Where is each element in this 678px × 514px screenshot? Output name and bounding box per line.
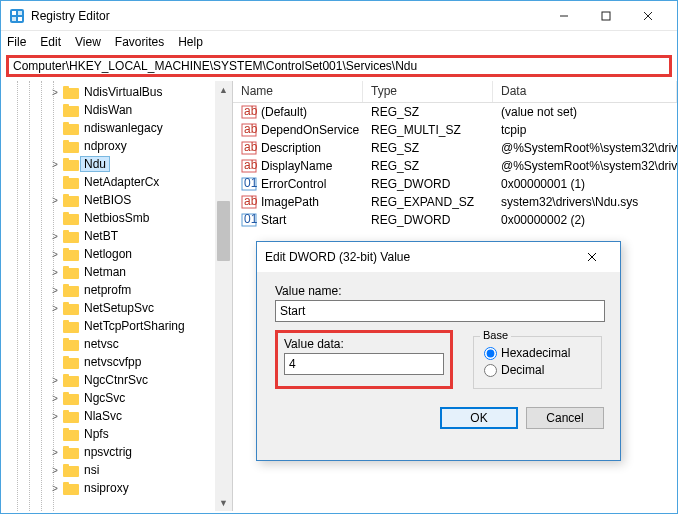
tree-item-label: ndproxy <box>84 139 127 153</box>
scroll-up-icon[interactable]: ▲ <box>215 81 232 98</box>
folder-icon <box>63 392 79 405</box>
tree-item-label: npsvctrig <box>84 445 132 459</box>
minimize-button[interactable] <box>543 1 585 31</box>
tree-item[interactable]: >nsiproxy <box>1 479 232 497</box>
list-row[interactable]: abDisplayNameREG_SZ@%SystemRoot%\system3… <box>233 157 677 175</box>
folder-icon <box>63 446 79 459</box>
folder-icon <box>63 410 79 423</box>
tree-item-label: nsiproxy <box>84 481 129 495</box>
svg-text:ab: ab <box>244 122 257 136</box>
expand-icon[interactable]: > <box>49 159 61 170</box>
scroll-down-icon[interactable]: ▼ <box>215 494 232 511</box>
tree-item[interactable]: netvscvfpp <box>1 353 232 371</box>
value-data: 0x00000002 (2) <box>493 213 677 227</box>
tree-item-label: NetBIOS <box>84 193 131 207</box>
dialog-close-button[interactable] <box>572 242 612 272</box>
value-type: REG_SZ <box>363 159 493 173</box>
address-input[interactable] <box>13 59 665 73</box>
column-header-type[interactable]: Type <box>363 81 493 102</box>
maximize-button[interactable] <box>585 1 627 31</box>
list-row[interactable]: 011StartREG_DWORD0x00000002 (2) <box>233 211 677 229</box>
expand-icon[interactable]: > <box>49 195 61 206</box>
menu-help[interactable]: Help <box>178 35 203 49</box>
column-header-name[interactable]: Name <box>233 81 363 102</box>
value-data-label: Value data: <box>284 337 444 351</box>
value-data: 0x00000001 (1) <box>493 177 677 191</box>
value-name: (Default) <box>261 105 307 119</box>
tree-scrollbar[interactable]: ▲ ▼ <box>215 81 232 511</box>
expand-icon[interactable]: > <box>49 249 61 260</box>
value-icon: ab <box>241 122 257 138</box>
dialog-title-text: Edit DWORD (32-bit) Value <box>265 250 572 264</box>
list-row[interactable]: abImagePathREG_EXPAND_SZsystem32\drivers… <box>233 193 677 211</box>
hex-radio-label: Hexadecimal <box>501 346 570 360</box>
list-row[interactable]: abDependOnServiceREG_MULTI_SZtcpip <box>233 121 677 139</box>
expand-icon[interactable]: > <box>49 411 61 422</box>
address-bar[interactable] <box>6 55 672 77</box>
tree-item[interactable]: >nsi <box>1 461 232 479</box>
expand-icon[interactable]: > <box>49 375 61 386</box>
value-data: @%SystemRoot%\system32\driv <box>493 159 677 173</box>
tree-item[interactable]: Npfs <box>1 425 232 443</box>
value-type: REG_EXPAND_SZ <box>363 195 493 209</box>
tree-item-label: NetbiosSmb <box>84 211 149 225</box>
value-icon: 011 <box>241 176 257 192</box>
edit-dword-dialog: Edit DWORD (32-bit) Value Value name: Va… <box>256 241 621 461</box>
tree-item[interactable]: >netprofm <box>1 281 232 299</box>
tree-item[interactable]: >Netlogon <box>1 245 232 263</box>
expand-icon[interactable]: > <box>49 285 61 296</box>
tree-item[interactable]: >Netman <box>1 263 232 281</box>
svg-rect-6 <box>602 12 610 20</box>
tree-item[interactable]: NetAdapterCx <box>1 173 232 191</box>
list-row[interactable]: abDescriptionREG_SZ@%SystemRoot%\system3… <box>233 139 677 157</box>
svg-rect-4 <box>18 17 22 21</box>
scroll-thumb[interactable] <box>217 201 230 261</box>
expand-icon[interactable]: > <box>49 393 61 404</box>
tree-item[interactable]: NetTcpPortSharing <box>1 317 232 335</box>
folder-icon <box>63 158 79 171</box>
value-name-input[interactable] <box>275 300 605 322</box>
list-row[interactable]: ab(Default)REG_SZ(value not set) <box>233 103 677 121</box>
expand-icon[interactable]: > <box>49 267 61 278</box>
tree-item[interactable]: >Ndu <box>1 155 232 173</box>
expand-icon[interactable]: > <box>49 447 61 458</box>
tree-item[interactable]: >NgcCtnrSvc <box>1 371 232 389</box>
expand-icon[interactable]: > <box>49 303 61 314</box>
tree-item[interactable]: netvsc <box>1 335 232 353</box>
tree-item[interactable]: >NlaSvc <box>1 407 232 425</box>
column-header-data[interactable]: Data <box>493 81 677 102</box>
value-data-input[interactable] <box>284 353 444 375</box>
ok-button[interactable]: OK <box>440 407 518 429</box>
value-type: REG_DWORD <box>363 177 493 191</box>
menu-file[interactable]: File <box>7 35 26 49</box>
expand-icon[interactable]: > <box>49 483 61 494</box>
hex-radio[interactable] <box>484 347 497 360</box>
tree-item[interactable]: >NgcSvc <box>1 389 232 407</box>
value-data: @%SystemRoot%\system32\driv <box>493 141 677 155</box>
value-name: DependOnService <box>261 123 359 137</box>
tree-item-label: Npfs <box>84 427 109 441</box>
folder-icon <box>63 230 79 243</box>
tree-item-label: Ndu <box>80 156 110 172</box>
folder-icon <box>63 140 79 153</box>
value-icon: ab <box>241 140 257 156</box>
tree-item[interactable]: NdisWan <box>1 101 232 119</box>
close-button[interactable] <box>627 1 669 31</box>
tree-item[interactable]: ndiswanlegacy <box>1 119 232 137</box>
tree-item[interactable]: ndproxy <box>1 137 232 155</box>
menu-favorites[interactable]: Favorites <box>115 35 164 49</box>
menu-edit[interactable]: Edit <box>40 35 61 49</box>
tree-item[interactable]: >NdisVirtualBus <box>1 83 232 101</box>
expand-icon[interactable]: > <box>49 465 61 476</box>
expand-icon[interactable]: > <box>49 231 61 242</box>
tree-item[interactable]: NetbiosSmb <box>1 209 232 227</box>
list-row[interactable]: 011ErrorControlREG_DWORD0x00000001 (1) <box>233 175 677 193</box>
menu-view[interactable]: View <box>75 35 101 49</box>
tree-item[interactable]: >NetBIOS <box>1 191 232 209</box>
expand-icon[interactable]: > <box>49 87 61 98</box>
tree-item[interactable]: >NetBT <box>1 227 232 245</box>
tree-item[interactable]: >NetSetupSvc <box>1 299 232 317</box>
tree-item[interactable]: >npsvctrig <box>1 443 232 461</box>
cancel-button[interactable]: Cancel <box>526 407 604 429</box>
dec-radio[interactable] <box>484 364 497 377</box>
